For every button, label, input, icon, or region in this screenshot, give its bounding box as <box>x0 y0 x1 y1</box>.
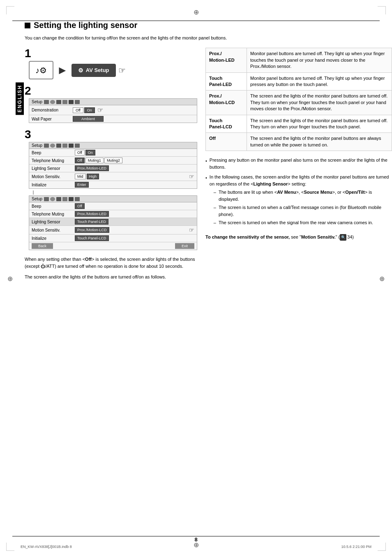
setup-label: Setup <box>32 100 42 104</box>
step3-top-row1: Beep Off On <box>29 149 197 157</box>
corner-mark-br <box>378 543 386 551</box>
step2-ambient-btn[interactable]: Ambient <box>73 116 104 122</box>
touch-panel-led-btn[interactable]: Touch Panel-LED <box>75 219 108 225</box>
compass-left: ⊕ <box>7 275 13 283</box>
bottom-note: To change the sensitivity of the sensor,… <box>205 234 392 241</box>
s3-icon6 <box>75 144 80 148</box>
step3-bot-row3: Lighting Sensor Touch Panel-LED <box>29 218 197 226</box>
sub-content-3: The screen is turned on when the signal … <box>219 219 373 226</box>
sensor-table: Prox./Motion-LED Monitor panel buttons a… <box>205 48 392 151</box>
lighting-sensor-btn[interactable]: Prox./Motion-LED <box>75 165 109 171</box>
section-icon <box>25 23 30 28</box>
step3-header-icons <box>44 144 80 148</box>
bullet-content-2: In the following cases, the screen and/o… <box>210 174 392 228</box>
desc-prox-motion-lcd: The screen and the lights of the monitor… <box>247 91 392 115</box>
beep-off-btn[interactable]: Off <box>75 150 85 155</box>
icon5 <box>69 100 74 104</box>
back-btn[interactable]: Back <box>32 243 53 249</box>
top-rule <box>12 21 380 21</box>
step2-panel-header: Setup <box>29 99 197 105</box>
header-icons <box>44 100 80 104</box>
beep-off2-btn[interactable]: Off <box>75 203 85 209</box>
page-number: 8 <box>194 536 197 543</box>
hand-icon-step3b: ☞ <box>189 227 194 233</box>
main-content: Setting the lighting sensor You can chan… <box>25 0 392 285</box>
high-btn[interactable]: High <box>87 174 99 179</box>
sub-content-2: The screen is turned on when a call/Text… <box>219 204 392 218</box>
s3b-icon3 <box>56 197 61 201</box>
step2-number: 2 <box>25 85 197 97</box>
desc-off: The screen and the lights of the monitor… <box>247 133 392 151</box>
enter-btn[interactable]: Enter <box>75 182 89 188</box>
hand-icon-step3: ☞ <box>189 173 194 180</box>
muting-off-btn[interactable]: Off <box>75 158 85 163</box>
page-title-section: Setting the lighting sensor <box>25 21 392 30</box>
footer-left: EN_KW-AVX838[J]001B.indb 8 <box>21 545 72 549</box>
prox-motion-led-btn[interactable]: Prox./Motion-LED <box>75 211 109 217</box>
sub-bullet-1: – The buttons are lit up when <AV Menu>,… <box>214 189 392 202</box>
step3-bottom-title: Setup <box>32 197 42 201</box>
beep-on-btn[interactable]: On <box>85 150 95 155</box>
s3-icon4 <box>62 144 67 148</box>
icon6 <box>75 100 80 104</box>
icon4 <box>62 100 67 104</box>
term-prox-motion-led: Prox./Motion-LED <box>206 48 247 72</box>
s3b-row3-label: Lighting Sensor <box>32 220 75 224</box>
bullet-item-2: • In the following cases, the screen and… <box>205 174 392 228</box>
icon1 <box>44 100 49 104</box>
step1-area: ♪⚙ ► ⚙ AV Setup ☞ <box>29 61 197 79</box>
bullets-section: • Pressing any button on the monitor pan… <box>205 157 392 228</box>
s3-icon3 <box>56 144 61 148</box>
bullet-item-1: • Pressing any button on the monitor pan… <box>205 157 392 170</box>
step2-on-btn[interactable]: On <box>84 107 95 113</box>
step2-row2-label: Wall Paper <box>32 117 73 121</box>
s3b-row4-label: Motion Sensitiv. <box>32 228 75 232</box>
prox-motion-lcd-btn[interactable]: Prox./Motion-LCD <box>75 227 109 233</box>
s3t-row4-label: Motion Sensitiv. <box>32 174 75 179</box>
bullet-dot-1: • <box>205 158 207 170</box>
icon2 <box>50 100 55 104</box>
bottom-note-text: To change the sensitivity of the sensor, <box>205 234 290 239</box>
page-title: Setting the lighting sensor <box>34 21 137 30</box>
s3b-icon1 <box>44 197 49 201</box>
muting2-btn[interactable]: Muting2 <box>104 158 122 163</box>
s3b-icon6 <box>75 197 80 201</box>
desc-prox-motion-led: Monitor panel buttons are turned off. Th… <box>247 48 392 72</box>
step3-top-row5: Initialize Enter <box>29 181 197 188</box>
step2-row1: Demonstration Off On ☞ <box>29 105 197 115</box>
s3t-row2-label: Telephone Muting <box>32 158 75 163</box>
sub-bullet-2: – The screen is turned on when a call/Te… <box>214 204 392 218</box>
step2-off-btn[interactable]: Off <box>73 107 83 113</box>
s3t-row5-vals: Enter <box>75 182 194 188</box>
term-off: Off <box>206 133 247 151</box>
s3t-row4-vals: Mid High <box>75 174 187 179</box>
step3-number: 3 <box>25 129 197 140</box>
compass-right: ⊕ <box>379 275 385 283</box>
exit-btn[interactable]: Exit <box>175 243 194 249</box>
hand-icon: ☞ <box>118 65 126 75</box>
note-icon: 🔍 <box>340 234 346 241</box>
step3-top-row4: Motion Sensitiv. Mid High ☞ <box>29 172 197 181</box>
music-icon: ♪⚙ <box>35 65 47 75</box>
language-label: ENGLISH <box>16 82 24 115</box>
corner-mark-tl <box>6 6 14 14</box>
table-row-touch-panel-lcd: TouchPanel-LCD The screen and the lights… <box>206 115 392 133</box>
sub-dash-3: – <box>214 219 216 226</box>
s3b-row1-label: Beep <box>32 204 75 209</box>
step3-bot-row2: Telephone Muting Prox./Motion-LED <box>29 210 197 218</box>
s3b-row5-label: Initialize <box>32 236 75 241</box>
s3b-row2-vals: Prox./Motion-LED <box>75 211 194 217</box>
mid-btn[interactable]: Mid <box>75 174 86 179</box>
muting1-btn[interactable]: Muting1 <box>85 158 104 163</box>
step3-bot-row5: Initialize Touch Panel-LCD <box>29 234 197 242</box>
touch-panel-lcd-btn[interactable]: Touch Panel-LCD <box>75 235 109 241</box>
bullet-content-1: Pressing any button on the monitor panel… <box>210 157 392 170</box>
step3-top-header: Setup <box>29 142 197 149</box>
s3b-icon5 <box>69 197 74 201</box>
s3t-row5-label: Initialize <box>32 183 75 187</box>
step3-top-panel: Setup Beep Off On <box>29 142 197 189</box>
step2-panel: Setup Demonstration Off On <box>29 98 197 123</box>
table-row-touch-panel-led: TouchPanel-LED Monitor panel buttons are… <box>206 72 392 91</box>
step3-panel-footer: Back Exit <box>29 242 197 250</box>
step3-bottom-panel: Setup Beep Off <box>29 195 197 250</box>
